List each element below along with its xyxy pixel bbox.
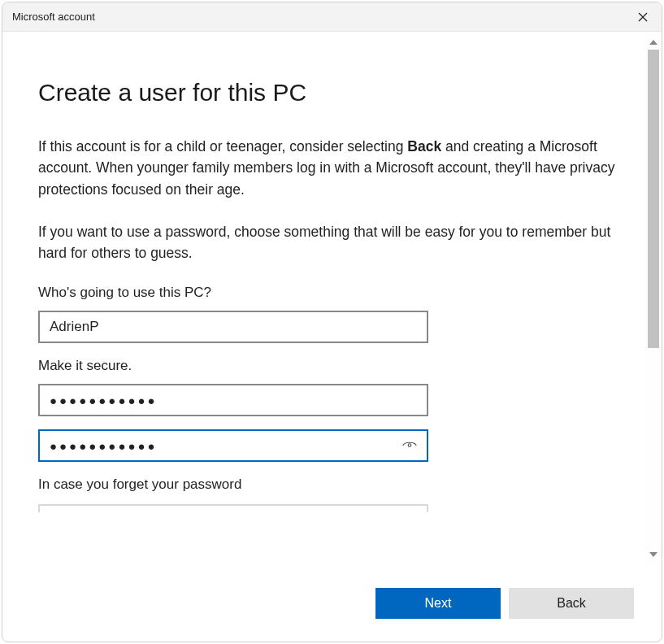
- svg-point-2: [408, 444, 411, 447]
- titlebar: Microsoft account: [2, 2, 662, 32]
- intro-paragraph: If this account is for a child or teenag…: [38, 136, 623, 200]
- username-label: Who's going to use this PC?: [38, 285, 645, 301]
- scroll-up-arrow-icon[interactable]: [646, 35, 661, 50]
- page-heading: Create a user for this PC: [38, 79, 645, 107]
- password-label: Make it secure.: [38, 358, 645, 374]
- window-title: Microsoft account: [2, 11, 624, 23]
- dialog-window: Microsoft account Create a user for this…: [2, 2, 662, 642]
- intro-bold: Back: [407, 138, 441, 154]
- next-button[interactable]: Next: [375, 588, 501, 619]
- scroll-down-arrow-icon[interactable]: [646, 547, 661, 562]
- eye-icon: [401, 437, 418, 454]
- vertical-scrollbar[interactable]: [645, 32, 662, 565]
- intro-pre: If this account is for a child or teenag…: [38, 138, 407, 154]
- close-icon: [638, 12, 648, 22]
- close-button[interactable]: [624, 2, 662, 32]
- security-question-input-partial[interactable]: [38, 504, 428, 512]
- password-mask: ●●●●●●●●●●●: [50, 394, 419, 407]
- dialog-footer: Next Back: [2, 565, 662, 642]
- recovery-label: In case you forget your password: [38, 476, 645, 493]
- password-input[interactable]: ●●●●●●●●●●●: [38, 384, 428, 416]
- back-button[interactable]: Back: [509, 588, 634, 619]
- username-input[interactable]: [38, 311, 428, 343]
- content-row: Create a user for this PC If this accoun…: [2, 32, 662, 565]
- password-hint-paragraph: If you want to use a password, choose so…: [38, 221, 623, 264]
- reveal-password-button[interactable]: [401, 437, 419, 455]
- scrollbar-thumb[interactable]: [648, 50, 659, 348]
- content-area: Create a user for this PC If this accoun…: [2, 32, 645, 565]
- scrollbar-track[interactable]: [648, 50, 659, 547]
- password-confirm-input[interactable]: ●●●●●●●●●●●: [38, 429, 428, 462]
- password-confirm-mask: ●●●●●●●●●●●: [50, 439, 401, 453]
